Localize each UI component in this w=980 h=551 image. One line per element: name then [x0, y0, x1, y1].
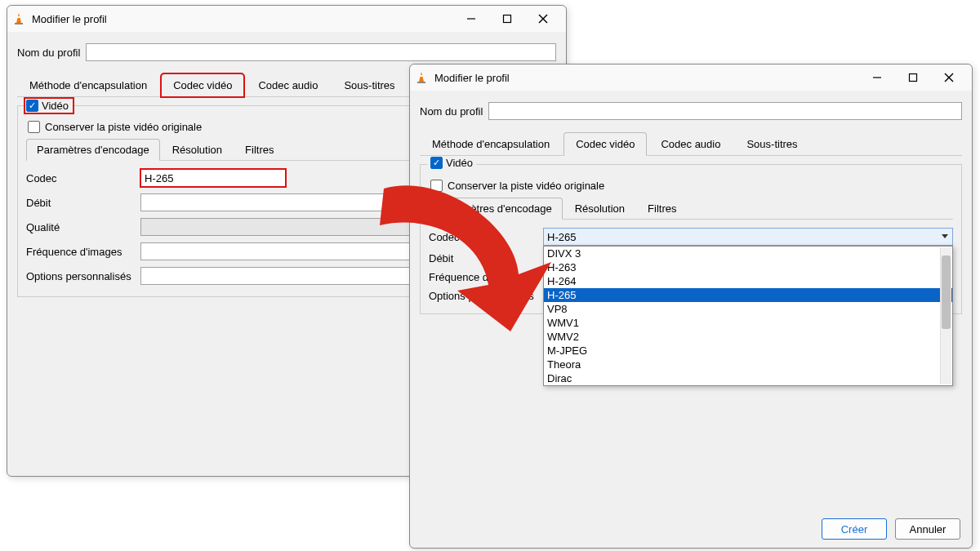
codec-option[interactable]: H-263: [544, 260, 952, 274]
codec-option[interactable]: WMV1: [544, 316, 952, 330]
video-legend: Vidéo: [24, 98, 74, 113]
subtab-encoding[interactable]: Paramètres d'encodage: [26, 139, 160, 161]
subtab-resolution[interactable]: Résolution: [564, 198, 635, 220]
fps-label: Fréquence d'images: [429, 271, 543, 283]
subtab-encoding[interactable]: Paramètres d'encodage: [429, 198, 563, 220]
profile-name-label: Nom du profil: [17, 47, 86, 59]
tab-encapsulation[interactable]: Méthode d'encapsulation: [17, 73, 159, 97]
svg-rect-9: [420, 75, 423, 77]
profile-name-input[interactable]: [86, 43, 556, 61]
tab-codec-audio[interactable]: Codec audio: [648, 132, 733, 156]
vlc-icon: [12, 12, 25, 25]
codec-option-selected[interactable]: H-265: [544, 288, 952, 302]
titlebar: Modifier le profil: [7, 6, 566, 32]
video-checkbox[interactable]: [430, 157, 443, 169]
fps-label: Fréquence d'images: [26, 246, 140, 258]
dialog-footer: Créer Annuler: [822, 518, 960, 540]
video-checkbox[interactable]: [26, 100, 38, 112]
client-area: Nom du profil Méthode d'encapsulation Co…: [410, 91, 972, 324]
svg-rect-8: [417, 82, 425, 83]
codec-dropdown-list: DIVX 3 H-263 H-264 H-265 VP8 WMV1 WMV2 M…: [543, 246, 953, 386]
video-legend-label: Vidéo: [446, 157, 473, 169]
chevron-down-icon: [940, 231, 950, 241]
keep-original-label: Conserver la piste vidéo originale: [448, 180, 604, 192]
codec-option[interactable]: Dirac: [544, 371, 952, 385]
subtab-filters[interactable]: Filtres: [637, 198, 687, 220]
codec-label: Codec: [429, 231, 543, 243]
create-button[interactable]: Créer: [822, 518, 887, 540]
tab-subtitles[interactable]: Sous-titres: [734, 132, 809, 156]
vlc-icon: [415, 71, 428, 84]
window-title: Modifier le profil: [434, 72, 510, 84]
subtab-resolution[interactable]: Résolution: [162, 139, 233, 161]
minimize-button[interactable]: [453, 7, 489, 31]
close-button[interactable]: [931, 65, 967, 90]
titlebar: Modifier le profil: [410, 64, 972, 91]
main-tabbar: Méthode d'encapsulation Codec vidéo Code…: [420, 131, 962, 156]
cancel-button[interactable]: Annuler: [895, 518, 960, 540]
svg-rect-11: [910, 74, 917, 82]
codec-option[interactable]: Theora: [544, 358, 952, 371]
svg-marker-14: [942, 234, 948, 238]
maximize-button[interactable]: [895, 65, 931, 90]
scrollbar-thumb[interactable]: [942, 256, 951, 329]
profile-name-label: Nom du profil: [420, 105, 488, 118]
window-title: Modifier le profil: [32, 13, 107, 25]
custom-options-label: Options personnalisés: [429, 290, 543, 302]
codec-option[interactable]: VP8: [544, 302, 952, 316]
codec-option[interactable]: DIVX 3: [544, 247, 952, 260]
tab-codec-audio[interactable]: Codec audio: [246, 73, 330, 97]
profile-name-input[interactable]: [488, 102, 962, 120]
maximize-button[interactable]: [489, 7, 525, 31]
codec-option[interactable]: WMV2: [544, 330, 952, 344]
video-subtabs: Paramètres d'encodage Résolution Filtres: [429, 197, 953, 220]
video-legend-label: Vidéo: [42, 100, 69, 112]
bitrate-label: Débit: [429, 252, 543, 264]
tab-codec-video[interactable]: Codec vidéo: [161, 73, 244, 97]
codec-option[interactable]: H-264: [544, 274, 952, 288]
video-groupbox: Vidéo Conserver la piste vidéo originale…: [420, 164, 962, 314]
video-legend: Vidéo: [427, 157, 476, 169]
bitrate-label: Débit: [26, 197, 140, 209]
close-button[interactable]: [525, 7, 561, 31]
svg-rect-1: [15, 23, 23, 24]
codec-dropdown[interactable]: H-265 DIVX 3 H-263 H-264 H-265 VP8 WMV1: [543, 228, 953, 246]
subtab-filters[interactable]: Filtres: [234, 139, 284, 161]
codec-dropdown-field[interactable]: H-265: [543, 228, 953, 246]
tab-encapsulation[interactable]: Méthode d'encapsulation: [420, 132, 562, 156]
encoding-form: Codec H-265 DIVX 3 H-263 H-264 H-265: [429, 228, 953, 302]
codec-dropdown-value: H-265: [547, 231, 576, 243]
codec-option[interactable]: M-JPEG: [544, 344, 952, 358]
svg-rect-4: [504, 16, 511, 23]
keep-original-checkbox[interactable]: [28, 121, 40, 133]
tab-codec-video[interactable]: Codec vidéo: [564, 132, 647, 156]
codec-label: Codec: [26, 172, 140, 184]
tab-subtitles[interactable]: Sous-titres: [332, 73, 407, 97]
quality-label: Qualité: [26, 221, 140, 233]
custom-options-label: Options personnalisés: [26, 270, 140, 282]
codec-select[interactable]: [140, 169, 286, 187]
keep-original-label: Conserver la piste vidéo originale: [45, 121, 202, 133]
dropdown-scrollbar[interactable]: [940, 247, 951, 384]
profile-editor-window-right: Modifier le profil Nom du profil Méthode…: [409, 64, 973, 549]
keep-original-checkbox[interactable]: [430, 180, 443, 192]
minimize-button[interactable]: [859, 65, 895, 90]
svg-rect-2: [17, 16, 20, 18]
